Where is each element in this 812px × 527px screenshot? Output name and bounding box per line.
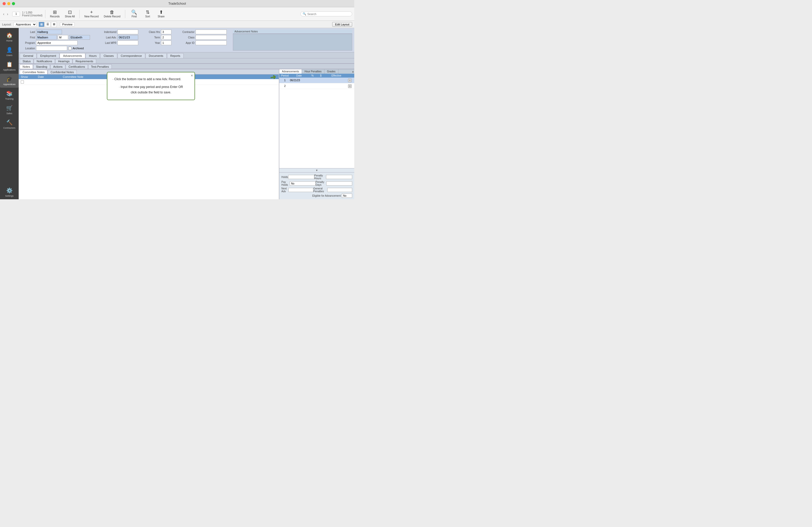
delete-record-button[interactable]: 🗑 Delete Record (102, 9, 122, 19)
sidebar-item-home[interactable]: 🏠 Home (0, 30, 19, 44)
forward-button[interactable]: › (6, 11, 9, 17)
new-record-label: New Record (84, 15, 99, 18)
tab-hours[interactable]: Hours (86, 53, 100, 58)
sidebar-item-contractors[interactable]: 🔨 Contractors (0, 117, 19, 131)
edit-layout-button[interactable]: Edit Layout (332, 22, 352, 27)
tab-classes[interactable]: Classes (100, 53, 117, 58)
suffix-field[interactable] (69, 35, 90, 40)
adv-x-1[interactable]: X (348, 79, 353, 82)
first-name-field[interactable] (36, 35, 57, 40)
tooltip-close-button[interactable]: × (191, 73, 193, 77)
class-field[interactable] (195, 35, 227, 40)
sidebar-item-training[interactable]: 📚 Training (0, 88, 19, 102)
last-name-field[interactable] (36, 30, 62, 34)
view-grid-button[interactable]: ▦ (39, 22, 44, 27)
tab-employment[interactable]: Employment (37, 53, 59, 58)
location-label: Location (21, 47, 35, 50)
records-button[interactable]: ⊞ Records (48, 9, 62, 19)
adv-scroll-down[interactable]: ▼ (279, 168, 354, 172)
last-adv-field[interactable] (117, 35, 138, 40)
find-button[interactable]: 🔍 Find (128, 9, 140, 19)
location-field[interactable] (36, 46, 67, 51)
indentured-row: Indentured (98, 30, 138, 34)
page-number-input[interactable] (12, 12, 20, 16)
middle-name-field[interactable] (58, 35, 68, 40)
last-adv-label: Last Adv. (98, 36, 116, 39)
preview-button[interactable]: Preview (60, 22, 75, 27)
notes-checkbox[interactable] (21, 81, 24, 84)
holds-field[interactable] (288, 175, 314, 179)
edit-layout-label: Edit Layout (335, 23, 349, 26)
adv-row-1[interactable]: 1 06/21/23 X (279, 77, 354, 83)
share-button[interactable]: ⬆ Share (155, 9, 167, 19)
view-list-button[interactable]: ☰ (45, 22, 50, 27)
general-penalties-field[interactable] (327, 188, 352, 192)
subtab-status[interactable]: Status (20, 59, 33, 63)
maximize-button[interactable] (12, 2, 15, 5)
show-all-button[interactable]: ⊡ Show All (63, 9, 77, 19)
class-hrs-field[interactable] (161, 30, 171, 34)
sidebar-item-apprentices[interactable]: 🎓 Apprentices (0, 74, 19, 88)
subtab2-actions[interactable]: Actions (50, 65, 66, 69)
contractor-group: Contractor Class Appr ID (178, 30, 227, 45)
sort-button[interactable]: ⇅ Sort (141, 9, 154, 19)
show-all-label: Show All (65, 15, 75, 18)
penalty-days-field[interactable] (326, 181, 352, 186)
appr-id-row: Appr ID (178, 41, 227, 45)
adv-x-2[interactable]: X (348, 84, 353, 88)
back-button[interactable]: ‹ (2, 11, 5, 17)
minimize-button[interactable] (7, 2, 10, 5)
sidebar-item-sales[interactable]: 🛒 Sales (0, 103, 19, 117)
adv-scroll-up[interactable]: ▲ (352, 69, 354, 74)
adv-delete-2[interactable]: X (348, 84, 352, 88)
year-field[interactable] (161, 41, 171, 45)
adv-tab-grades[interactable]: Grades (324, 69, 338, 74)
term-field[interactable] (161, 35, 171, 40)
eligible-field[interactable] (342, 194, 352, 198)
sidebar-item-users[interactable]: 👤 Users (0, 45, 19, 59)
view-table-button[interactable]: ⊞ (51, 22, 57, 27)
adv-row-2[interactable]: 2 X (279, 83, 354, 89)
sidebar-item-settings[interactable]: ⚙️ Settings (0, 185, 19, 199)
indentured-field[interactable] (117, 30, 138, 34)
tab-reports[interactable]: Reports (167, 53, 184, 58)
subtab-requirements[interactable]: Requirements (73, 59, 96, 63)
tab-committee-notes[interactable]: Committee Notes (20, 70, 47, 74)
adv-notes-panel[interactable] (233, 34, 352, 51)
layout-select[interactable]: Apprentices (14, 22, 37, 27)
appr-id-label: Appr ID (178, 42, 194, 44)
applications-icon: 📋 (6, 61, 13, 68)
content-area: Last First Program Location A (19, 28, 354, 199)
adv-tab-hour-penalties[interactable]: Hour Penalties (302, 69, 324, 74)
next-adv-field[interactable] (288, 188, 313, 192)
program-row: Program (21, 41, 90, 45)
new-record-button[interactable]: + New Record (82, 9, 101, 19)
sidebar-item-applications[interactable]: 📋 Applications (0, 59, 19, 73)
adv-delete-1[interactable]: X (348, 79, 352, 82)
search-input[interactable] (307, 12, 349, 16)
sidebar-item-users-label: Users (6, 54, 12, 57)
tab-general[interactable]: General (20, 53, 37, 58)
pay-holds-field[interactable] (290, 181, 316, 186)
contractor-field[interactable] (195, 30, 227, 34)
subtab2-test-penalties[interactable]: Test-Penalties (88, 65, 112, 69)
subtab-hearings[interactable]: Hearings (55, 59, 72, 63)
subtab-notifications[interactable]: Notifications (34, 59, 55, 63)
search-box[interactable]: 🔍 (300, 11, 352, 16)
program-field[interactable] (36, 41, 77, 45)
close-button[interactable] (3, 2, 6, 5)
last-mpr-field[interactable] (117, 41, 138, 45)
adv-tab-advancements[interactable]: Advancements (279, 69, 302, 74)
tab-documents[interactable]: Documents (145, 53, 167, 58)
tab-confidential-notes[interactable]: Confidential Notes (48, 70, 77, 74)
subtab2-certifications[interactable]: Certifications (66, 65, 88, 69)
subtab2-standing[interactable]: Standing (33, 65, 50, 69)
penalty-hours-field[interactable] (326, 175, 352, 179)
sidebar-item-contractors-label: Contractors (3, 127, 16, 129)
tab-advancements[interactable]: Advancements (60, 53, 85, 58)
tab-correspondence[interactable]: Correspondence (117, 53, 145, 58)
archived-checkbox[interactable] (68, 47, 72, 50)
subtab2-notes[interactable]: Notes (20, 65, 33, 69)
sales-icon: 🛒 (6, 105, 13, 111)
appr-id-field[interactable] (195, 41, 227, 45)
